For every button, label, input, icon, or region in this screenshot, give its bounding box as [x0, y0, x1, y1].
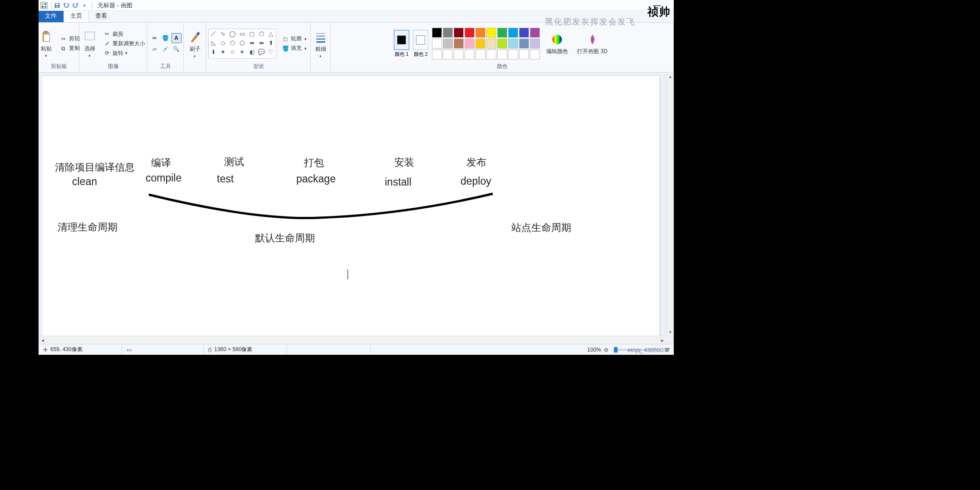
color-swatch[interactable]	[519, 28, 529, 38]
shape-line[interactable]: ／	[209, 29, 218, 38]
color2-slot[interactable]	[413, 30, 428, 50]
shape-4star[interactable]: ✦	[218, 47, 228, 56]
group-label-tools: 工具	[160, 63, 171, 71]
shape-roundrect[interactable]: ▢	[247, 29, 257, 38]
color-swatch[interactable]	[486, 39, 496, 49]
shape-heart[interactable]: ♡	[266, 47, 276, 56]
tab-home[interactable]: 主页	[64, 9, 89, 22]
zoom-value: 100%	[587, 347, 601, 353]
text-tool[interactable]: A	[172, 33, 181, 43]
scroll-left-icon[interactable]: ◂	[39, 337, 46, 343]
color-swatch[interactable]	[443, 49, 453, 59]
color-swatch[interactable]	[475, 28, 485, 38]
color-swatch[interactable]	[465, 49, 475, 59]
shape-polygon[interactable]: ⬠	[257, 29, 266, 38]
shape-darrow[interactable]: ⬇	[209, 47, 218, 56]
shape-oval[interactable]: ◯	[228, 29, 237, 38]
pencil-tool[interactable]: ✏	[150, 33, 160, 43]
zoom-out-button[interactable]: ⊖	[604, 347, 608, 353]
select-button[interactable]: 选择 ▾	[80, 29, 100, 59]
shape-uarrow[interactable]: ⬆	[266, 38, 276, 47]
color-swatch[interactable]	[508, 39, 518, 49]
eraser-tool[interactable]: ▱	[150, 44, 160, 54]
color-swatch[interactable]	[486, 28, 496, 38]
color-swatch[interactable]	[519, 49, 529, 59]
shape-diamond[interactable]: ◇	[218, 38, 228, 47]
color-swatch[interactable]	[454, 39, 464, 49]
edit-colors-icon	[550, 32, 564, 47]
color-swatch[interactable]	[475, 49, 485, 59]
scroll-down-icon[interactable]: ▾	[666, 328, 674, 336]
shape-rarrow[interactable]: ➡	[247, 38, 257, 47]
shape-outline-button[interactable]: ◻ 轮廓▾	[280, 34, 309, 43]
svg-rect-14	[196, 32, 200, 36]
shape-larrow[interactable]: ⬅	[257, 38, 266, 47]
color-swatch[interactable]	[465, 28, 475, 38]
canvas[interactable]: 清除项目编译信息 clean 编译 compile 测试 test 打包 pac…	[42, 76, 659, 339]
paint3d-button[interactable]: 打开画图 3D	[574, 31, 610, 56]
color-swatch[interactable]	[530, 39, 540, 49]
color-swatch[interactable]	[486, 49, 496, 59]
vertical-scrollbar[interactable]: ▴ ▾	[666, 73, 674, 336]
color-swatch[interactable]	[519, 39, 529, 49]
color-swatch[interactable]	[497, 49, 507, 59]
eyedropper-tool[interactable]: 💉	[161, 44, 171, 54]
scroll-up-icon[interactable]: ▴	[666, 73, 674, 80]
magnifier-tool[interactable]: 🔍	[172, 44, 181, 54]
paste-icon	[39, 29, 54, 44]
undo-icon[interactable]	[63, 2, 70, 9]
color-swatch[interactable]	[465, 39, 475, 49]
copy-button[interactable]: ⧉ 复制	[58, 44, 82, 53]
color-swatch[interactable]	[432, 39, 442, 49]
save-icon[interactable]	[54, 2, 61, 9]
color-swatch[interactable]	[443, 28, 453, 38]
cut-button[interactable]: ✂ 剪切	[58, 34, 82, 43]
color-swatch[interactable]	[530, 28, 540, 38]
titlebar: ▾ 无标题 - 画图 —	[39, 0, 674, 11]
qa-dropdown-icon[interactable]: ▾	[81, 2, 88, 9]
shape-6star[interactable]: ✶	[237, 47, 247, 56]
color-swatch[interactable]	[454, 28, 464, 38]
shape-rtriangle[interactable]: ◺	[209, 38, 218, 47]
shape-callout[interactable]: 💬	[257, 47, 266, 56]
shape-pentagon[interactable]: ⬠	[228, 38, 237, 47]
color1-slot[interactable]	[394, 30, 409, 50]
tab-file[interactable]: 文件	[39, 10, 64, 22]
shape-hexagon[interactable]: ⬡	[237, 38, 247, 47]
shape-curve[interactable]: ∿	[218, 29, 228, 38]
group-label-clipboard: 剪贴板	[51, 63, 67, 71]
color-swatch[interactable]	[432, 49, 442, 59]
paste-button[interactable]: 粘贴 ▾	[36, 29, 56, 59]
scroll-right-icon[interactable]: ▸	[658, 337, 666, 343]
shape-fill-button[interactable]: 🪣 填充▾	[280, 44, 309, 53]
color-swatch[interactable]	[454, 49, 464, 59]
color-swatch[interactable]	[475, 39, 485, 49]
color-swatch[interactable]	[497, 28, 507, 38]
shape-triangle[interactable]: △	[266, 29, 276, 38]
fill-tool[interactable]: 🪣	[161, 33, 171, 43]
color-swatch[interactable]	[443, 39, 453, 49]
group-size: 粗细 ▾	[311, 23, 331, 72]
color-swatch[interactable]	[508, 28, 518, 38]
rotate-button[interactable]: ⟳ 旋转 ▾	[102, 49, 147, 58]
watermark-logo: 祯帅	[647, 5, 671, 19]
color-swatch[interactable]	[432, 28, 442, 38]
resize-button[interactable]: ⤢ 重新调整大小	[102, 39, 147, 48]
crop-button[interactable]: ✂ 裁剪	[102, 30, 147, 39]
status-filesize	[287, 344, 371, 355]
text-cursor	[348, 270, 348, 279]
horizontal-scrollbar[interactable]: ◂ ▸	[39, 336, 666, 344]
redo-icon[interactable]	[72, 2, 79, 9]
brushes-button[interactable]: 刷子 ▾	[185, 29, 205, 59]
edit-colors-button[interactable]: 编辑颜色	[544, 31, 571, 56]
tab-view[interactable]: 查看	[89, 10, 114, 22]
shape-5star[interactable]: ☆	[228, 47, 237, 56]
shape-rect[interactable]: ▭	[237, 29, 247, 38]
group-label-shapes: 形状	[253, 63, 264, 71]
shapes-gallery[interactable]: ／ ∿ ◯ ▭ ▢ ⬠ △ ◺ ◇ ⬠ ⬡ ➡ ⬅ ⬆ ⬇ ✦ ☆	[208, 29, 276, 59]
color-swatch[interactable]	[497, 39, 507, 49]
color-swatch[interactable]	[530, 49, 540, 59]
shape-callout-round[interactable]: ◐	[247, 47, 257, 56]
size-button[interactable]: 粗细 ▾	[311, 29, 331, 59]
color-swatch[interactable]	[508, 49, 518, 59]
